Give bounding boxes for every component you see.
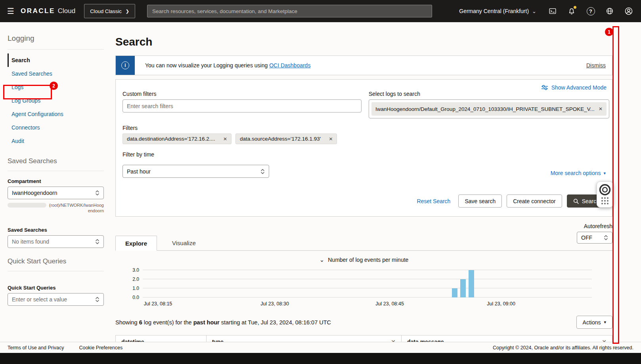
select-spinner-icon — [95, 296, 99, 303]
summary-text: log event(s) for the — [142, 319, 193, 326]
select-logs-box[interactable]: IwanHoogendoorn/Default_Group_2024_0710_… — [369, 99, 609, 118]
compartment-select[interactable]: IwanHoogendoorn — [8, 187, 104, 199]
save-search-button[interactable]: Save search — [458, 194, 502, 208]
region-label: Germany Central (Frankfurt) — [459, 8, 529, 14]
chart-xtick-label: Jul 23, 09:00 — [487, 301, 515, 307]
oci-dashboards-link[interactable]: OCI Dashboards — [269, 62, 310, 69]
sidebar-item-agent-configurations[interactable]: Agent Configurations — [8, 107, 104, 121]
annotation-badge-2: 2 — [50, 82, 58, 90]
notification-dot — [574, 6, 576, 9]
chart-bar — [452, 288, 457, 297]
extension-overlay-widget[interactable] — [597, 181, 613, 208]
page-title: Search — [115, 36, 612, 48]
quick-start-placeholder: Enter or select a value — [12, 296, 67, 303]
actions-button[interactable]: Actions ▾ — [576, 316, 612, 329]
help-icon[interactable]: ? — [585, 5, 597, 17]
compartment-path-highlight — [8, 203, 46, 208]
hamburger-menu-icon[interactable]: ☰ — [4, 4, 17, 18]
drag-handle-dots[interactable] — [601, 197, 608, 204]
top-header: ☰ ORACLE Cloud Cloud Classic ❯ Germany C… — [0, 0, 641, 22]
cloud-classic-button[interactable]: Cloud Classic ❯ — [84, 4, 135, 18]
results-table: datetime type ✕ data.message ✕ — [115, 335, 612, 342]
quick-start-heading: Quick Start Queries — [8, 257, 104, 271]
table-header-row: datetime type ✕ data.message ✕ — [116, 335, 612, 342]
oci-console-page: ☰ ORACLE Cloud Cloud Classic ❯ Germany C… — [0, 0, 641, 364]
remove-column-icon[interactable]: ✕ — [391, 339, 396, 342]
custom-filters-label: Custom filters — [122, 91, 362, 97]
chart-header: ⌄ Number of log events per minute — [115, 256, 612, 263]
save-search-label: Save search — [465, 198, 496, 204]
column-header-data-message: data.message ✕ — [402, 335, 612, 342]
sidebar-item-audit[interactable]: Audit — [8, 134, 104, 148]
notifications-bell-icon[interactable] — [566, 5, 578, 17]
column-label: data.message — [407, 339, 444, 342]
autorefresh-label: Autorefresh — [584, 223, 612, 229]
remove-filter-icon[interactable]: ✕ — [329, 136, 333, 142]
sidebar-item-log-groups[interactable]: Log Groups — [8, 94, 104, 107]
create-connector-button[interactable]: Create connector — [507, 194, 562, 208]
column-header-type: type ✕ — [207, 335, 402, 342]
region-selector[interactable]: Germany Central (Frankfurt) ⌄ — [459, 8, 536, 14]
info-glyph: i — [121, 61, 129, 69]
tab-explore[interactable]: Explore — [115, 236, 157, 251]
summary-count: 6 — [139, 319, 142, 326]
advanced-mode-link[interactable]: Show Advanced Mode — [541, 84, 607, 91]
saved-searches-heading: Saved Searches — [8, 157, 104, 171]
oracle-cloud-logo: ORACLE Cloud — [21, 7, 75, 15]
time-filter-select[interactable]: Past hour — [122, 165, 269, 178]
banner-text: You can now visualize your Logging queri… — [145, 62, 310, 69]
cloud-classic-label: Cloud Classic — [90, 8, 121, 14]
annotation-badge-1: 1 — [605, 28, 613, 36]
chart-ytick-label: 3.0 — [124, 267, 139, 273]
filter-by-time-label: Filter by time — [122, 151, 606, 158]
sidebar-item-connectors[interactable]: Connectors — [8, 121, 104, 134]
chart-xaxis-area — [115, 297, 612, 309]
chart-gridline — [143, 297, 592, 297]
chart-plot: 0.01.02.03.0Jul 23, 08:15Jul 23, 08:30Ju… — [143, 267, 592, 297]
filter-chips: data.destinationAddress='172.16.2.... ✕ … — [122, 133, 606, 144]
user-profile-icon[interactable] — [623, 5, 635, 17]
info-icon: i — [116, 56, 135, 75]
quick-start-label: Quick Start Queries — [8, 285, 104, 291]
saved-searches-label: Saved Searches — [8, 227, 104, 233]
custom-filters-input[interactable] — [122, 99, 362, 112]
remove-log-icon[interactable]: ✕ — [599, 106, 603, 112]
cookie-preferences-link[interactable]: Cookie Preferences — [79, 345, 122, 351]
selected-log-chip-label: IwanHoogendoorn/Default_Group_2024_0710_… — [375, 106, 595, 112]
select-spinner-icon — [95, 190, 99, 196]
quick-start-select[interactable]: Enter or select a value — [8, 293, 104, 306]
explore-header: Autorefresh OFF Explore Visualize — [115, 217, 612, 251]
dismiss-link[interactable]: Dismiss — [586, 62, 606, 69]
chart-bar — [460, 279, 466, 297]
collapse-chevron-icon[interactable]: ⌄ — [320, 256, 325, 263]
logo-oracle-text: ORACLE — [21, 7, 55, 15]
terms-link[interactable]: Terms of Use and Privacy — [8, 345, 64, 351]
search-panel: Show Advanced Mode Custom filters Select… — [115, 79, 612, 217]
chart-xtick-label: Jul 23, 08:45 — [375, 301, 404, 307]
chart-xtick-label: Jul 23, 08:30 — [260, 301, 289, 307]
sidebar-item-saved-searches[interactable]: Saved Searches — [8, 67, 104, 80]
sidebar-title: Logging — [8, 34, 104, 50]
advanced-mode-icon — [541, 85, 548, 90]
more-search-options-label: More search options — [551, 170, 601, 176]
remove-column-icon[interactable]: ✕ — [602, 339, 607, 342]
search-icon — [573, 198, 579, 204]
summary-text: starting at Tue, Jul 23, 2024, 08:16:07 … — [220, 319, 331, 326]
cloud-shell-icon[interactable] — [547, 5, 559, 17]
logo-cloud-text: Cloud — [58, 7, 75, 15]
help-question-glyph: ? — [587, 7, 595, 15]
compartment-path-text: (root)/NETWORK/IwanHoogendoorn — [49, 203, 104, 213]
header-actions: Germany Central (Frankfurt) ⌄ ? — [459, 5, 635, 17]
saved-searches-select[interactable]: No items found — [8, 235, 104, 248]
sidebar-item-search[interactable]: Search — [8, 53, 104, 67]
tab-visualize[interactable]: Visualize — [163, 235, 205, 250]
reset-search-link[interactable]: Reset Search — [417, 198, 451, 204]
language-globe-icon[interactable] — [604, 5, 616, 17]
select-spinner-icon — [95, 238, 99, 245]
time-filter-value: Past hour — [127, 168, 151, 175]
global-search-input[interactable] — [147, 5, 432, 17]
more-search-options-link[interactable]: More search options ▾ — [551, 170, 606, 176]
footer: Terms of Use and Privacy Cookie Preferen… — [0, 342, 641, 353]
remove-filter-icon[interactable]: ✕ — [223, 136, 227, 142]
chart-bar — [469, 270, 474, 297]
